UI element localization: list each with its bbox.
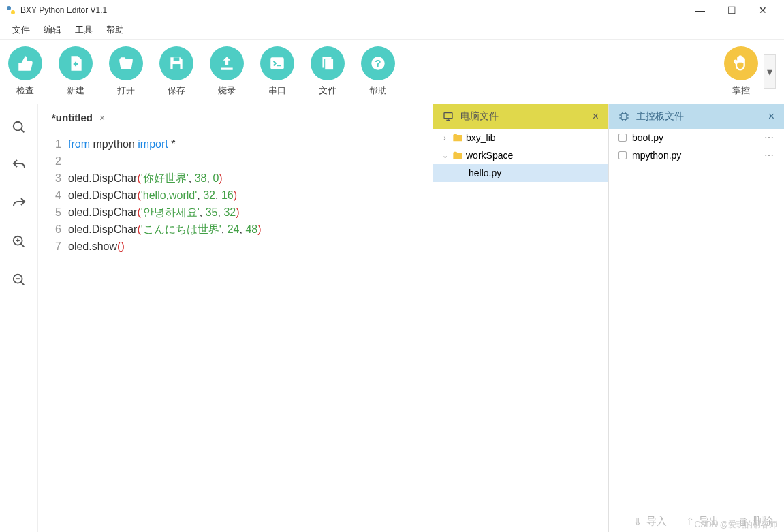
menu-item[interactable]: 帮助 bbox=[99, 21, 131, 39]
menu-item[interactable]: 工具 bbox=[68, 21, 99, 39]
terminal-icon bbox=[260, 46, 294, 80]
tool-label: 打开 bbox=[117, 84, 135, 97]
board-files-header: 主控板文件 × bbox=[609, 104, 784, 129]
tool-label: 文件 bbox=[319, 84, 336, 97]
files-icon bbox=[311, 46, 345, 80]
import-button[interactable]: ⇩导入 bbox=[633, 515, 667, 528]
save-icon bbox=[159, 46, 193, 80]
hand-icon bbox=[724, 46, 758, 80]
minimize-button[interactable]: — bbox=[685, 0, 716, 20]
close-button[interactable]: ✕ bbox=[747, 0, 779, 20]
tool-label: 串口 bbox=[268, 84, 286, 97]
close-icon[interactable]: × bbox=[593, 110, 599, 123]
svg-text:?: ? bbox=[375, 57, 381, 69]
tab-close-icon[interactable]: × bbox=[99, 112, 105, 123]
checkbox[interactable] bbox=[618, 151, 627, 159]
board-file-item[interactable]: boot.py⋯ bbox=[609, 129, 784, 146]
checkbox[interactable] bbox=[618, 134, 627, 142]
editor-tabs: *untitled × bbox=[38, 104, 433, 131]
local-files-panel: 电脑文件 × ›bxy_lib⌄workSpacehello.py bbox=[433, 104, 609, 532]
tool-label: 检查 bbox=[16, 84, 34, 97]
svg-rect-18 bbox=[444, 113, 452, 119]
save-button[interactable]: 保存 bbox=[159, 46, 193, 97]
watermark: CSDN @爱玩的创客师 bbox=[694, 519, 777, 531]
board-files-title: 主控板文件 bbox=[636, 110, 684, 123]
tool-label: 新建 bbox=[67, 84, 84, 97]
editor-area: *untitled × 1234567 from mpython import … bbox=[38, 104, 433, 532]
tool-label: 保存 bbox=[168, 84, 185, 97]
local-files-title: 电脑文件 bbox=[460, 110, 499, 123]
svg-point-9 bbox=[13, 122, 22, 131]
app-icon bbox=[5, 5, 16, 16]
code-content[interactable]: from mpython import *oled.DispChar('你好世界… bbox=[68, 136, 433, 532]
svg-rect-21 bbox=[621, 114, 627, 119]
tab-name: *untitled bbox=[52, 112, 93, 123]
redo-icon[interactable] bbox=[10, 194, 29, 213]
tree-folder[interactable]: ⌄workSpace bbox=[433, 146, 608, 164]
palm-label: 掌控 bbox=[732, 84, 750, 97]
search-icon[interactable] bbox=[10, 118, 29, 137]
svg-point-1 bbox=[11, 10, 15, 14]
editor-tab[interactable]: *untitled × bbox=[45, 108, 112, 127]
title-bar: BXY Python Editor V1.1 — ☐ ✕ bbox=[0, 0, 784, 20]
svg-line-10 bbox=[20, 129, 24, 133]
menu-item[interactable]: 编辑 bbox=[37, 21, 68, 39]
maximize-button[interactable]: ☐ bbox=[716, 0, 747, 20]
tool-label: 帮助 bbox=[369, 84, 387, 97]
monitor-icon bbox=[443, 111, 454, 122]
zoom-in-icon[interactable] bbox=[10, 232, 29, 251]
menu-bar: 文件编辑工具帮助 bbox=[0, 20, 784, 40]
folder-open-icon bbox=[109, 46, 143, 80]
terminal-button[interactable]: 串口 bbox=[260, 46, 294, 97]
upload-icon: ⇧ bbox=[686, 516, 695, 528]
svg-point-0 bbox=[7, 6, 11, 10]
more-icon[interactable]: ⋯ bbox=[764, 150, 774, 161]
local-files-tree[interactable]: ›bxy_lib⌄workSpacehello.py bbox=[433, 129, 608, 532]
menu-item[interactable]: 文件 bbox=[5, 21, 37, 39]
board-files-panel: 主控板文件 × boot.py⋯mpython.py⋯ bbox=[609, 104, 784, 532]
code-editor[interactable]: 1234567 from mpython import *oled.DispCh… bbox=[38, 131, 433, 532]
help-icon: ? bbox=[361, 46, 395, 80]
svg-rect-6 bbox=[325, 59, 334, 70]
chevron-right-icon[interactable]: › bbox=[440, 134, 450, 142]
new-file-button[interactable]: 新建 bbox=[59, 46, 93, 97]
local-files-header: 电脑文件 × bbox=[433, 104, 608, 129]
undo-icon[interactable] bbox=[10, 156, 29, 175]
svg-rect-4 bbox=[270, 57, 284, 69]
board-file-item[interactable]: mpython.py⋯ bbox=[609, 146, 784, 164]
new-file-icon bbox=[59, 46, 93, 80]
tool-label: 烧录 bbox=[218, 84, 236, 97]
folder-open-button[interactable]: 打开 bbox=[109, 46, 143, 97]
tree-file[interactable]: hello.py bbox=[433, 164, 608, 182]
download-icon: ⇩ bbox=[633, 516, 642, 528]
upload-icon bbox=[210, 46, 244, 80]
files-button[interactable]: 文件 bbox=[311, 46, 345, 97]
svg-rect-2 bbox=[174, 57, 180, 61]
tree-folder[interactable]: ›bxy_lib bbox=[433, 129, 608, 146]
toolbar: 检查新建打开保存烧录串口文件?帮助 掌控 ▾ bbox=[0, 40, 784, 104]
close-icon[interactable]: × bbox=[768, 110, 774, 123]
help-button[interactable]: ?帮助 bbox=[361, 46, 395, 97]
chip-icon bbox=[618, 111, 629, 122]
svg-line-16 bbox=[20, 282, 24, 285]
zoom-out-icon[interactable] bbox=[10, 270, 29, 290]
thumb-up-icon bbox=[8, 46, 42, 80]
line-gutter: 1234567 bbox=[38, 136, 68, 532]
thumb-up-button[interactable]: 检查 bbox=[8, 46, 42, 97]
svg-rect-3 bbox=[173, 64, 181, 69]
svg-line-12 bbox=[20, 244, 24, 247]
dropdown-arrow[interactable]: ▾ bbox=[764, 54, 776, 89]
upload-button[interactable]: 烧录 bbox=[210, 46, 244, 97]
palm-button[interactable]: 掌控 bbox=[724, 46, 758, 97]
more-icon[interactable]: ⋯ bbox=[764, 132, 774, 143]
chevron-down-icon[interactable]: ⌄ bbox=[440, 151, 450, 160]
app-title: BXY Python Editor V1.1 bbox=[20, 5, 685, 15]
left-sidebar bbox=[0, 104, 38, 532]
board-files-list[interactable]: boot.py⋯mpython.py⋯ bbox=[609, 129, 784, 532]
